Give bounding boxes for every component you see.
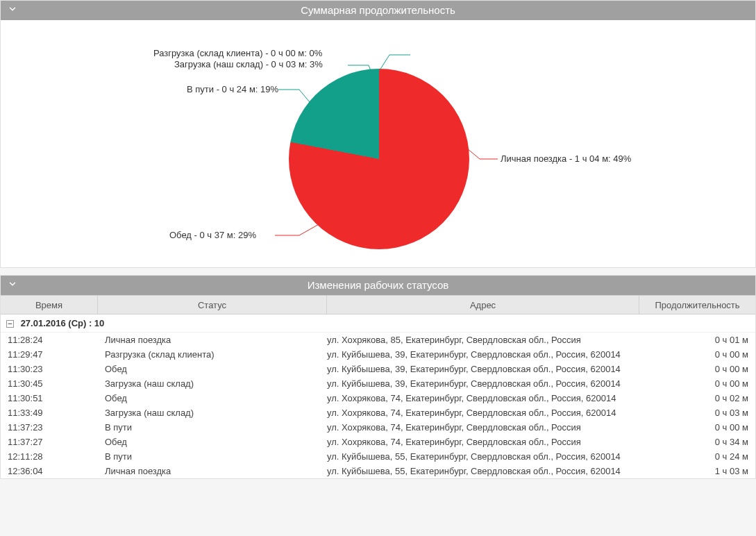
cell-time: 11:30:23 <box>1 364 98 374</box>
cell-time: 11:30:45 <box>1 378 98 389</box>
cell-duration: 0 ч 02 м <box>639 393 755 403</box>
cell-address: ул. Хохрякова, 74, Екатеринбург, Свердло… <box>327 408 639 418</box>
cell-duration: 1 ч 03 м <box>639 466 755 476</box>
cell-duration: 0 ч 34 м <box>639 437 755 447</box>
cell-status: Обед <box>98 364 327 374</box>
panel-title: Суммарная продолжительность <box>301 4 455 16</box>
cell-status: Загрузка (наш склад) <box>98 378 327 389</box>
cell-time: 11:28:24 <box>1 335 98 345</box>
table-row[interactable]: 11:30:51Обедул. Хохрякова, 74, Екатеринб… <box>1 391 755 405</box>
table-row[interactable]: 11:37:27Обедул. Хохрякова, 74, Екатеринб… <box>1 435 755 449</box>
chevron-down-icon[interactable] <box>8 4 17 17</box>
cell-status: В пути <box>98 422 327 433</box>
cell-status: В пути <box>98 451 327 462</box>
cell-duration: 0 ч 03 м <box>639 408 755 418</box>
cell-address: ул. Куйбышева, 39, Екатеринбург, Свердло… <box>327 364 639 374</box>
cell-address: ул. Хохрякова, 74, Екатеринбург, Свердло… <box>327 393 639 403</box>
cell-time: 11:33:49 <box>1 408 98 418</box>
cell-duration: 0 ч 00 м <box>639 349 755 360</box>
table-row[interactable]: 12:11:28В путиул. Куйбышева, 55, Екатери… <box>1 449 755 464</box>
summary-duration-panel: Суммарная продолжительность Личная поезд… <box>0 0 756 268</box>
panel-header: Суммарная продолжительность <box>1 1 755 20</box>
cell-status: Разгрузка (склад клиента) <box>98 349 327 360</box>
cell-status: Личная поездка <box>98 335 327 345</box>
group-row[interactable]: − 27.01.2016 (Ср) : 10 <box>1 315 755 333</box>
cell-duration: 0 ч 00 м <box>639 378 755 389</box>
cell-status: Личная поездка <box>98 466 327 476</box>
table-row[interactable]: 11:28:24Личная поездкаул. Хохрякова, 85,… <box>1 333 755 347</box>
cell-address: ул. Куйбышева, 55, Екатеринбург, Свердло… <box>327 466 639 476</box>
cell-status: Обед <box>98 437 327 447</box>
pie-chart: Личная поездка - 1 ч 04 м: 49% Обед - 0 … <box>1 20 755 267</box>
status-changes-panel: Изменения рабочих статусов Время Статус … <box>0 275 756 479</box>
cell-address: ул. Хохрякова, 74, Екатеринбург, Свердло… <box>327 422 639 433</box>
cell-address: ул. Куйбышева, 39, Екатеринбург, Свердло… <box>327 378 639 389</box>
cell-status: Загрузка (наш склад) <box>98 408 327 418</box>
cell-duration: 0 ч 24 м <box>639 451 755 462</box>
table-row[interactable]: 11:33:49Загрузка (наш склад)ул. Хохряков… <box>1 405 755 420</box>
panel-header: Изменения рабочих статусов <box>1 276 755 295</box>
table-row[interactable]: 11:30:23Обедул. Куйбышева, 39, Екатеринб… <box>1 362 755 376</box>
table-row[interactable]: 12:36:04Личная поездкаул. Куйбышева, 55,… <box>1 464 755 478</box>
cell-status: Обед <box>98 393 327 403</box>
cell-time: 11:37:23 <box>1 422 98 433</box>
pie-graphic <box>289 69 469 249</box>
cell-duration: 0 ч 00 м <box>639 364 755 374</box>
cell-duration: 0 ч 00 м <box>639 422 755 433</box>
cell-time: 11:29:47 <box>1 349 98 360</box>
chevron-down-icon[interactable] <box>8 279 17 292</box>
cell-time: 12:36:04 <box>1 466 98 476</box>
table-row[interactable]: 11:29:47Разгрузка (склад клиента)ул. Куй… <box>1 347 755 362</box>
col-header-status[interactable]: Статус <box>98 296 327 314</box>
pie-label: Обед - 0 ч 37 м: 29% <box>169 230 256 240</box>
collapse-icon[interactable]: − <box>6 320 14 328</box>
cell-address: ул. Хохрякова, 85, Екатеринбург, Свердло… <box>327 335 639 345</box>
pie-label: Личная поездка - 1 ч 04 м: 49% <box>501 153 631 164</box>
cell-address: ул. Куйбышева, 39, Екатеринбург, Свердло… <box>327 349 639 360</box>
group-label: 27.01.2016 (Ср) : 10 <box>21 318 105 328</box>
cell-address: ул. Куйбышева, 55, Екатеринбург, Свердло… <box>327 451 639 462</box>
pie-label: Загрузка (наш склад) - 0 ч 03 м: 3% <box>174 59 323 69</box>
cell-time: 11:37:27 <box>1 437 98 447</box>
col-header-time[interactable]: Время <box>1 296 98 314</box>
table-row[interactable]: 11:37:23В путиул. Хохрякова, 74, Екатери… <box>1 420 755 435</box>
cell-address: ул. Хохрякова, 74, Екатеринбург, Свердло… <box>327 437 639 447</box>
pie-label: Разгрузка (склад клиента) - 0 ч 00 м: 0% <box>153 48 322 58</box>
col-header-address[interactable]: Адрес <box>327 296 639 314</box>
pie-label: В пути - 0 ч 24 м: 19% <box>187 84 278 94</box>
panel-title: Изменения рабочих статусов <box>308 279 449 291</box>
cell-time: 11:30:51 <box>1 393 98 403</box>
table-row[interactable]: 11:30:45Загрузка (наш склад)ул. Куйбышев… <box>1 376 755 391</box>
table-body: 11:28:24Личная поездкаул. Хохрякова, 85,… <box>1 333 755 478</box>
cell-duration: 0 ч 01 м <box>639 335 755 345</box>
table-header: Время Статус Адрес Продолжительность <box>1 295 755 315</box>
cell-time: 12:11:28 <box>1 451 98 462</box>
col-header-duration[interactable]: Продолжительность <box>639 296 755 314</box>
